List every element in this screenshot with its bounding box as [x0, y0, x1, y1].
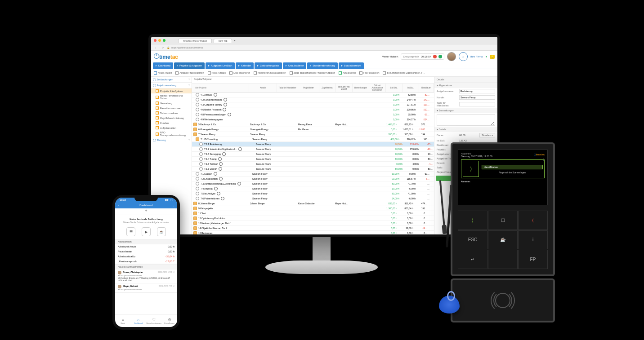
- terminal-key-8[interactable]: FP: [518, 250, 548, 269]
- grid-row[interactable]: 4.1 Analyse 0,00 h82,50 h-82…: [192, 93, 434, 97]
- grid-row[interactable]: 5 Bachmayr & Co. Bachmayr & Co.Reumg Ele…: [192, 122, 434, 127]
- col-zugriff[interactable]: Zugriffseinst.: [319, 84, 336, 92]
- user-avatar[interactable]: [447, 52, 456, 61]
- new-tab-icon[interactable]: +: [234, 39, 235, 42]
- grid-row[interactable]: 4.3 Corporate Identity 0,00 h127,51 h-12…: [192, 102, 434, 107]
- message-item[interactable]: Sturm, Christopher04.02.2020, 12:00 ⒾAn …: [115, 269, 177, 283]
- toolbar-item-5[interactable]: Zeige abgeschlossene Projekte/Aufgaben: [290, 71, 335, 75]
- bottom-nav-benachrichtigungen[interactable]: ♡Benachrichtigungen: [146, 314, 162, 327]
- grid-row[interactable]: 7.6 Präsentationen Saveurs Fleury24,00 h…: [192, 196, 434, 201]
- play-icon[interactable]: [238, 147, 242, 151]
- idea-icon[interactable]: 💡: [490, 55, 495, 59]
- play-icon[interactable]: [218, 157, 222, 161]
- grid-row[interactable]: 7.1.3 Debugging Saveurs Fleury60,00 h0,0…: [192, 152, 434, 157]
- terminal-key-6[interactable]: ↵: [458, 250, 487, 269]
- grid-row[interactable]: 13 Neubau „Marienberger Platz“ 0,00 h0,0…: [192, 221, 434, 226]
- grid-row[interactable]: 9 Kleinprojekte 1.300,00 h800,64 h191…: [192, 206, 434, 211]
- record-icon[interactable]: [433, 55, 437, 58]
- terminal-key-0[interactable]: ⟩: [458, 211, 487, 230]
- play-icon[interactable]: [222, 152, 226, 156]
- add-button[interactable]: +: [115, 208, 177, 215]
- grid-row[interactable]: 14 Objekt Am Eisernen Tor 1 0,00 h19,60 …: [192, 226, 434, 231]
- col-bemerkungen[interactable]: Bemerkungen: [353, 84, 369, 92]
- bottom-nav-einstellungen[interactable]: ⚙Einstellungen: [162, 314, 178, 327]
- grid-row[interactable]: 8 Johann Berger Johann BergerKaiser Seba…: [192, 201, 434, 206]
- col-rest[interactable]: Restdauer: [419, 84, 434, 92]
- play-icon[interactable]: [219, 167, 222, 171]
- list-button[interactable]: ☰: [126, 227, 135, 236]
- forward-icon[interactable]: ›: [159, 46, 160, 49]
- play-icon[interactable]: [224, 103, 227, 106]
- detail-input[interactable]: [459, 89, 495, 93]
- sidebar-item-1-6[interactable]: Kunden: [151, 120, 192, 125]
- back-icon[interactable]: ‹: [155, 46, 156, 49]
- main-tab-2[interactable]: ▸ Aufgaben-LiveStart: [206, 62, 235, 69]
- grid-row[interactable]: 7.4 Angebot Saveurs Fleury19,00 h-6,00 h…: [192, 186, 434, 191]
- grid-row[interactable]: 7.1.6 Launch Saveurs Fleury80,00 h0,00 h…: [192, 167, 434, 172]
- main-tab-4[interactable]: ▸ Zeitbuchungsliste: [255, 62, 282, 69]
- sidebar-section-0[interactable]: ◯ Zeitbuchungen?: [151, 77, 192, 83]
- url-text[interactable]: https://go.timetac.com/ihrefirma: [171, 46, 203, 49]
- grid-row[interactable]: 4.8 Presseaussendungen 0,00 h25,90 h-25…: [192, 112, 434, 117]
- sidebar-item-1-1[interactable]: Meine Favoriten und Todos: [151, 93, 192, 101]
- url-bar[interactable]: ‹ › ⟳ 🔒 https://go.timetac.com/ihrefirma: [151, 44, 497, 51]
- grid-row[interactable]: 7.1.2 Infrastruktur/Applikation-I… Saveu…: [192, 147, 434, 152]
- minimize-dot[interactable]: [158, 39, 161, 42]
- toolbar-item-4[interactable]: Nummerierung aktualisieren: [254, 71, 286, 75]
- timer-widget[interactable]: Erstgespräch 00:18:54: [401, 53, 444, 60]
- grid-row[interactable]: 11 Test 0,00 h0,00 h0…: [192, 211, 434, 216]
- browser-tab-1[interactable]: TimeTac | Meyer Hubert: [178, 39, 212, 43]
- toolbar-item-3[interactable]: Liste importieren: [229, 71, 250, 75]
- play-icon[interactable]: [237, 182, 241, 185]
- grid-row[interactable]: 4.2 Kundenbetreuung 0,00 h140,47 h-140…: [192, 97, 434, 102]
- grid-row[interactable]: 6 Greengate Energy Greengate EnergyEis M…: [192, 127, 434, 132]
- sidebar-item-1-2[interactable]: Verwaltung: [151, 101, 192, 106]
- unit-dropdown[interactable]: Stunden ▾: [479, 133, 495, 137]
- memo-input[interactable]: [437, 114, 495, 126]
- grid-row[interactable]: 7.5 Ist-Analyse Saveurs Fleury80,00 h41,…: [192, 191, 434, 196]
- main-tab-1[interactable]: ▸ Projekte & Aufgaben: [174, 62, 205, 69]
- grid-row[interactable]: 7.1 IT-Consulting Saveurs Fleury460,00 h…: [192, 137, 434, 142]
- play-icon[interactable]: [219, 162, 223, 166]
- grid-row[interactable]: 7.2 Erstgespräch Saveurs Fleury00,00 h11…: [192, 177, 434, 181]
- help-icon[interactable]: ?: [188, 139, 190, 141]
- col-soll[interactable]: Soll Std.: [386, 84, 402, 92]
- grid-row[interactable]: 7.1.5 Testlauf Saveurs Fleury0,00 h4,00 …: [192, 162, 434, 167]
- message-item[interactable]: Meyer, Hubert03.02.2020, 7:55 ⒾAn das ge…: [115, 283, 177, 293]
- play-icon[interactable]: [214, 172, 217, 176]
- toolbar-item-7[interactable]: Filter deaktiviert: [359, 71, 379, 75]
- grid-row[interactable]: 7 Saveurs Fleury Saveurs Fleury760,00 h5…: [192, 132, 434, 137]
- bottom-nav-menü[interactable]: ≡Menü: [115, 314, 131, 327]
- sidebar-section-1[interactable]: ◯ Projektverwaltung?: [151, 83, 192, 88]
- reload-icon[interactable]: ⟳: [162, 46, 164, 49]
- play-icon[interactable]: [224, 98, 227, 102]
- terminal-key-2[interactable]: ⟨: [518, 211, 548, 230]
- sidebar-item-1-0[interactable]: Projekte & Aufgaben: [151, 88, 192, 93]
- browser-tab-2[interactable]: New Tab: [214, 39, 232, 43]
- back-icon[interactable]: ‹: [118, 204, 119, 207]
- main-tab-5[interactable]: ▸ Urlaubsplaner: [283, 62, 306, 69]
- grid-row[interactable]: 15 Restaurant 0,00 h0,00 h0…: [192, 231, 434, 234]
- col-kunde[interactable]: Kunde: [249, 84, 277, 92]
- sidebar-item-1-8[interactable]: NFC-Transponderzuordnung: [151, 130, 192, 137]
- detail-dropdown[interactable]: [459, 102, 495, 106]
- filter-dropdown[interactable]: Alle Projekte: [193, 87, 206, 89]
- col-ist[interactable]: Ist Std.: [402, 84, 419, 92]
- toolbar-item-2[interactable]: Neue Aufgabe: [208, 71, 226, 75]
- sidebar-section-2[interactable]: ◯ Planung?: [151, 137, 192, 143]
- help-icon[interactable]: ?: [188, 84, 190, 87]
- grid-row[interactable]: 4.6 Market Research 0,00 h220,86 h-220…: [192, 107, 434, 112]
- sidebar-item-1-5[interactable]: Zugriffsbeschränkung: [151, 115, 192, 120]
- play-icon[interactable]: [228, 113, 231, 116]
- play-icon[interactable]: [214, 93, 217, 97]
- terminal-key-4[interactable]: ☕: [488, 230, 518, 250]
- play-icon[interactable]: [217, 192, 220, 195]
- grid-row[interactable]: 7.3 Auftragsvieierung & Zielsetzung Save…: [192, 181, 434, 186]
- stop-icon[interactable]: [438, 55, 442, 58]
- help-icon[interactable]: ●: [485, 55, 487, 58]
- col-sollauto[interactable]: Sollzeit Automatisch berechnen: [369, 84, 386, 92]
- play-icon[interactable]: [219, 177, 223, 181]
- help-icon[interactable]: ?: [188, 78, 190, 81]
- toolbar-item-8[interactable]: Benutzerdefinierte Eigenschaften, F…: [383, 71, 425, 75]
- bottom-nav-dashboard[interactable]: ⌂Dashboard: [131, 314, 147, 327]
